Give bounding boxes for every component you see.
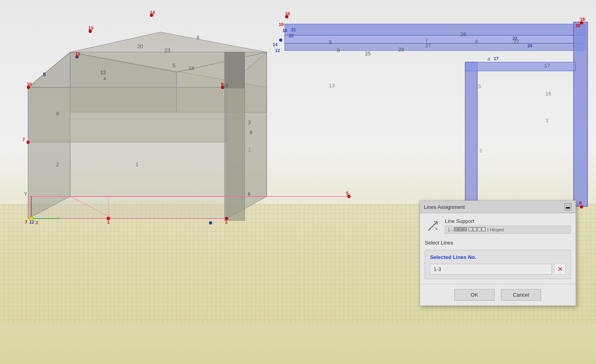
svg-text:6: 6 xyxy=(475,38,478,44)
svg-text:5: 5 xyxy=(329,39,332,45)
svg-text:8: 8 xyxy=(579,200,582,205)
svg-text:2: 2 xyxy=(56,162,59,168)
structure-svg: X Y 14 13 11 10 xyxy=(0,0,596,364)
svg-point-41 xyxy=(209,221,212,224)
svg-text:13: 13 xyxy=(329,83,334,89)
svg-text:17: 17 xyxy=(544,63,550,69)
dialog-footer: OK Cancel xyxy=(420,284,576,305)
svg-text:15: 15 xyxy=(475,83,481,89)
svg-text:12: 12 xyxy=(275,48,280,53)
svg-text:28: 28 xyxy=(398,47,404,53)
selected-lines-input[interactable] xyxy=(430,264,552,275)
ok-button[interactable]: OK xyxy=(454,289,495,301)
svg-text:7: 7 xyxy=(25,220,27,224)
line-support-icon xyxy=(425,218,441,234)
svg-text:13: 13 xyxy=(88,26,93,30)
svg-point-39 xyxy=(580,205,583,208)
svg-text:2: 2 xyxy=(479,148,482,154)
svg-text:3: 3 xyxy=(545,117,548,123)
svg-rect-21 xyxy=(285,24,586,35)
clear-button[interactable]: ✕ xyxy=(554,263,566,275)
svg-text:5: 5 xyxy=(43,71,46,77)
svg-text:7: 7 xyxy=(425,37,428,43)
3d-viewport: X Y 14 13 11 10 xyxy=(0,0,596,364)
svg-text:20: 20 xyxy=(576,23,580,28)
selected-lines-input-row: ✕ xyxy=(430,263,566,275)
selected-lines-section: Selected Lines No. ✕ xyxy=(425,250,571,279)
svg-text:X: X xyxy=(35,220,39,226)
svg-text:Y: Y xyxy=(24,191,27,197)
selected-lines-header: Selected Lines No. xyxy=(430,254,566,260)
svg-text:20: 20 xyxy=(137,43,143,49)
line-support-label: Line Support xyxy=(445,218,571,224)
svg-text:24: 24 xyxy=(527,43,533,48)
svg-text:12: 12 xyxy=(100,69,106,75)
svg-text:8: 8 xyxy=(337,47,340,53)
svg-text:5: 5 xyxy=(172,63,175,69)
svg-text:1: 1 xyxy=(136,162,138,168)
svg-text:4: 4 xyxy=(487,56,490,62)
svg-text:16: 16 xyxy=(282,28,287,33)
dialog-titlebar: Lines Assignment ▬ xyxy=(420,201,576,213)
svg-text:9: 9 xyxy=(249,129,252,135)
svg-text:14: 14 xyxy=(150,10,155,15)
svg-rect-24 xyxy=(574,22,588,206)
svg-rect-26 xyxy=(465,62,576,71)
svg-text:16: 16 xyxy=(545,91,551,97)
svg-text:12: 12 xyxy=(29,220,34,224)
svg-text:27: 27 xyxy=(425,42,431,49)
svg-text:19: 19 xyxy=(279,22,284,27)
select-lines-label: Select Lines xyxy=(425,237,571,248)
svg-text:19: 19 xyxy=(223,83,228,89)
svg-text:6: 6 xyxy=(197,34,199,40)
svg-text:18: 18 xyxy=(580,17,585,22)
dialog-body: Line Support 1 - | Hinged Select Lines S… xyxy=(420,213,576,284)
svg-text:1: 1 xyxy=(225,220,227,224)
svg-text:22: 22 xyxy=(513,38,519,44)
svg-text:25: 25 xyxy=(365,51,371,57)
svg-text:15: 15 xyxy=(285,11,290,16)
svg-text:18: 18 xyxy=(189,65,194,71)
svg-text:1: 1 xyxy=(107,220,109,224)
svg-text:7: 7 xyxy=(22,137,25,142)
svg-text:8: 8 xyxy=(56,111,59,117)
svg-point-40 xyxy=(279,38,282,42)
svg-text:17: 17 xyxy=(494,56,499,61)
dialog-title: Lines Assignment xyxy=(424,204,465,210)
svg-text:6: 6 xyxy=(248,192,250,196)
svg-line-100 xyxy=(428,222,437,231)
line-support-value: 1 - | Hinged xyxy=(445,226,571,234)
svg-text:21: 21 xyxy=(291,27,296,32)
line-support-text: Line Support 1 - | Hinged xyxy=(445,218,571,234)
svg-text:4: 4 xyxy=(103,76,106,81)
svg-text:26: 26 xyxy=(460,31,466,37)
svg-text:10: 10 xyxy=(27,82,32,87)
cancel-button[interactable]: Cancel xyxy=(501,289,541,301)
svg-text:3: 3 xyxy=(248,119,251,125)
lines-assignment-dialog: Lines Assignment ▬ Line Support 1 - | Hi… xyxy=(420,200,576,306)
line-support-row: Line Support 1 - | Hinged xyxy=(425,218,571,234)
svg-text:5: 5 xyxy=(346,191,349,196)
dialog-close-button[interactable]: ▬ xyxy=(564,203,572,210)
svg-text:23: 23 xyxy=(164,47,170,53)
svg-text:11: 11 xyxy=(75,51,80,56)
svg-line-101 xyxy=(435,227,437,230)
svg-point-31 xyxy=(26,141,30,144)
svg-text:1: 1 xyxy=(248,147,251,153)
svg-text:22: 22 xyxy=(289,33,294,38)
svg-text:14: 14 xyxy=(273,42,278,47)
